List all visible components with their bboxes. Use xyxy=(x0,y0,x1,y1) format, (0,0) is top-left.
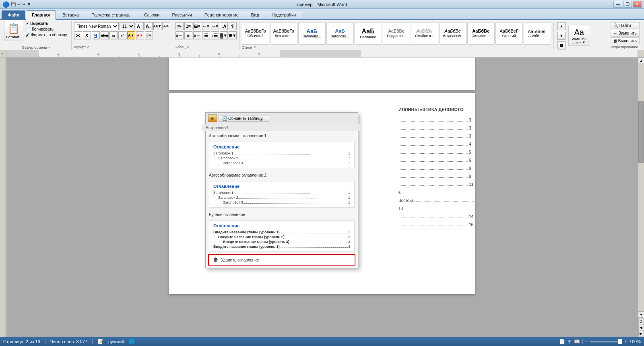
font-expand-icon[interactable]: ↗ xyxy=(87,45,89,49)
tab-mailings[interactable]: Рассылки xyxy=(166,10,198,19)
document-area: ≡ 🔄 Обновить таблицу... Встроенный xyxy=(6,58,638,337)
style-strong[interactable]: АаБбВе Сильное ... xyxy=(467,22,495,45)
zoom-slider[interactable] xyxy=(590,341,622,342)
text-highlight-button[interactable]: A▼ xyxy=(127,31,135,39)
tab-home[interactable]: Главная xyxy=(26,10,56,20)
style-title[interactable]: АаБ Название xyxy=(355,22,382,45)
change-case-button[interactable]: Aa▼ xyxy=(153,22,161,30)
auto-toc1-preview[interactable]: Оглавление Заголовок 1 1 Заголовок 2 1 xyxy=(209,142,355,168)
select-button[interactable]: ▦ Выделить xyxy=(611,37,640,44)
tab-insert[interactable]: Вставка xyxy=(56,10,85,19)
tab-page-layout[interactable]: Разметка страницы xyxy=(85,10,138,19)
style-normal[interactable]: АаБбВеГр Обычный xyxy=(242,22,269,45)
line-spacing-button[interactable]: ↕☰ xyxy=(211,31,219,39)
shading-button[interactable]: ░▼ xyxy=(145,31,153,39)
lang-icon[interactable]: 🌐 xyxy=(129,339,135,344)
auto-toc2-preview[interactable]: Оглавление Заголовок 1 1 Заголовок 2 1 xyxy=(209,181,355,208)
justify-button[interactable]: ☰ xyxy=(202,31,210,39)
copy-button[interactable]: 📄 Копировать xyxy=(24,27,69,32)
superscript-button[interactable]: x² xyxy=(118,31,126,39)
style-more[interactable]: АаБбВеГ АаБбВеГ... xyxy=(524,22,551,45)
tab-addins[interactable]: Надстройки xyxy=(266,10,302,19)
decrease-indent-button[interactable]: ←≡ xyxy=(202,22,210,30)
styles-expand-icon[interactable]: ↗ xyxy=(253,45,256,49)
paste-button[interactable]: 📋 Вставить xyxy=(4,21,23,41)
replace-button[interactable]: ↔ Заменить xyxy=(611,30,640,37)
numbering-button[interactable]: 1≡ xyxy=(184,22,192,30)
style-strict[interactable]: АаБбВеГ Строгий xyxy=(495,22,523,45)
style-heading1[interactable]: АаБ Заголово... xyxy=(298,22,326,45)
font-name-select[interactable]: Times New Roman xyxy=(74,22,119,30)
font-grow-button[interactable]: A↑ xyxy=(136,22,144,30)
quick-access-redo[interactable]: ↪ xyxy=(22,2,25,6)
view-normal-icon[interactable]: 📄 xyxy=(559,339,565,344)
select-browse-button[interactable]: ⊙ xyxy=(638,319,644,324)
zoom-in-button[interactable]: + xyxy=(625,340,627,344)
spell-check-icon[interactable]: 📝 xyxy=(97,339,103,344)
title-bar-left: 🔵 💾 ↩ ↪ ▼ xyxy=(2,1,31,8)
delete-toc-button[interactable]: 🗑 Удалить оглавление xyxy=(208,254,355,266)
scroll-up-button[interactable]: ▲ xyxy=(638,58,644,64)
style-subtle-em[interactable]: АаБбВе Слабое в... xyxy=(411,22,438,45)
view-full-icon[interactable]: ⊞ xyxy=(568,339,572,344)
title-bar-title: пример – Microsoft Word xyxy=(31,2,613,7)
increase-indent-button[interactable]: →≡ xyxy=(211,22,219,30)
close-button[interactable]: ✕ xyxy=(633,1,642,8)
subscript-button[interactable]: x₂ xyxy=(109,31,118,39)
scroll-thumb[interactable] xyxy=(638,101,644,163)
update-table-button[interactable]: 🔄 Обновить таблицу... xyxy=(219,115,269,122)
tab-view[interactable]: Вид xyxy=(245,10,265,19)
next-page-button[interactable]: ▶ xyxy=(638,331,644,336)
style-subtitle[interactable]: АаБбВе Подзагол... xyxy=(383,22,410,45)
italic-button[interactable]: К xyxy=(83,31,91,39)
change-styles-button[interactable]: Aa Изменить стили ▼ xyxy=(568,26,590,46)
scroll-down-button[interactable]: ▼ xyxy=(638,311,644,318)
align-right-button[interactable]: ≡→ xyxy=(193,31,201,39)
quick-access-undo[interactable]: ↩ xyxy=(17,2,21,6)
styles-more[interactable]: ⊞ xyxy=(557,41,566,49)
borders-button[interactable]: ⊞▼ xyxy=(229,31,237,39)
strikethrough-button[interactable]: abc xyxy=(101,31,109,39)
style-no-spacing[interactable]: АаБбВеГр Без инте... xyxy=(270,22,297,45)
style-emphasis[interactable]: АаБбВе Выделение xyxy=(439,22,466,45)
font-color-button[interactable]: A▼ xyxy=(136,31,144,39)
quick-access-more[interactable]: ▼ xyxy=(27,2,31,6)
restore-button[interactable]: ❐ xyxy=(623,1,632,8)
minimize-button[interactable]: — xyxy=(613,1,622,8)
para-shading-button[interactable]: ▓▼ xyxy=(220,31,228,39)
font-size-select[interactable]: 11 xyxy=(120,22,135,30)
bullets-button[interactable]: ≡• xyxy=(175,22,184,30)
tab-references[interactable]: Ссылки xyxy=(138,10,166,19)
para-expand-icon[interactable]: ↗ xyxy=(186,45,189,49)
page-top-partial xyxy=(169,58,475,90)
quick-access-save[interactable]: 💾 xyxy=(11,2,16,6)
font-shrink-button[interactable]: A↓ xyxy=(144,22,153,30)
format-painter-button[interactable]: 🖌 Формат по образцу xyxy=(24,32,69,37)
bold-button[interactable]: Ж xyxy=(74,31,82,39)
clipboard-expand-icon[interactable]: ↗ xyxy=(47,46,50,49)
sort-button[interactable]: ↕A xyxy=(220,22,228,30)
style-heading2[interactable]: АаБ Заголово... xyxy=(326,22,354,45)
manual-toc-preview[interactable]: Оглавление Введите название главы (урове… xyxy=(209,220,355,252)
replace-icon: ↔ xyxy=(613,31,617,35)
underline-button[interactable]: Ч xyxy=(92,31,100,39)
view-read-icon[interactable]: 📖 xyxy=(574,339,580,344)
prev-page-button[interactable]: ◀ xyxy=(638,325,644,330)
page-2[interactable]: ≡ 🔄 Обновить таблицу... Встроенный xyxy=(169,93,475,294)
show-para-button[interactable]: ¶ xyxy=(229,22,237,30)
find-button[interactable]: 🔍 Найти xyxy=(611,22,640,29)
cut-button[interactable]: ✂ Вырезать xyxy=(24,21,69,26)
styles-scroll-down[interactable]: ▼ xyxy=(557,32,566,40)
tab-review[interactable]: Рецензирование xyxy=(198,10,245,19)
zoom-out-button[interactable]: − xyxy=(585,340,588,344)
svg-text:4: 4 xyxy=(178,52,180,56)
tab-file[interactable]: Файл xyxy=(2,10,25,20)
scroll-track[interactable] xyxy=(638,64,644,311)
align-center-button[interactable]: ≡ xyxy=(184,31,192,39)
clear-format-button[interactable]: A✕ xyxy=(162,22,170,30)
ruler-svg: 1 2 3 4 5 6 xyxy=(6,50,638,57)
align-left-button[interactable]: ≡← xyxy=(175,31,184,39)
styles-scroll-up[interactable]: ▲ xyxy=(557,22,566,30)
ruler-corner[interactable]: L xyxy=(0,50,6,57)
multilevel-button[interactable]: ⊞≡ xyxy=(193,22,201,30)
